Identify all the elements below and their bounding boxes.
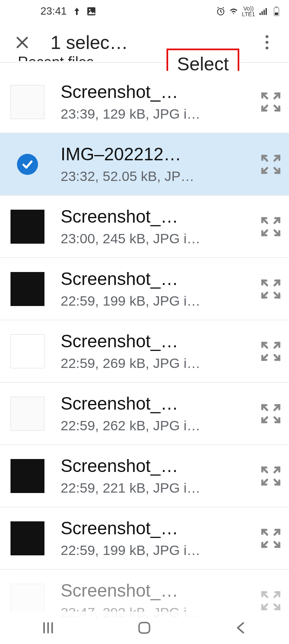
wifi-icon xyxy=(229,7,238,16)
file-list: Screenshot_… 23:39, 129 kB, JPG i… IMG–2… xyxy=(0,71,289,632)
file-info: Screenshot_… 22:59, 269 kB, JPG i… xyxy=(61,331,253,371)
file-info: Screenshot_… 22:59, 199 kB, JPG i… xyxy=(61,269,253,309)
expand-icon[interactable] xyxy=(261,591,281,611)
system-navbar xyxy=(0,612,289,644)
expand-icon[interactable] xyxy=(261,341,281,361)
file-row[interactable]: Screenshot_… 23:39, 129 kB, JPG i… xyxy=(0,71,289,133)
expand-icon[interactable] xyxy=(261,217,281,237)
expand-icon[interactable] xyxy=(261,154,281,174)
svg-rect-5 xyxy=(264,10,265,15)
file-meta: 22:59, 262 kB, JPG i… xyxy=(61,418,253,434)
file-row[interactable]: Screenshot_… 22:59, 269 kB, JPG i… xyxy=(0,320,289,383)
file-name: Screenshot_… xyxy=(61,580,253,601)
file-info: Screenshot_… 22:59, 199 kB, JPG i… xyxy=(61,518,253,558)
svg-rect-3 xyxy=(259,13,261,15)
selected-check-icon xyxy=(17,154,38,175)
file-row[interactable]: Screenshot_… 22:59, 199 kB, JPG i… xyxy=(0,507,289,570)
file-row[interactable]: Screenshot_… 22:59, 262 kB, JPG i… xyxy=(0,383,289,445)
file-info: Screenshot_… 23:00, 245 kB, JPG i… xyxy=(61,206,253,247)
status-time: 23:41 xyxy=(40,5,67,17)
file-info: IMG–202212… 23:32, 52.05 kB, JP… xyxy=(61,144,253,184)
expand-icon[interactable] xyxy=(261,528,281,548)
file-thumbnail xyxy=(11,459,44,493)
status-bar: 23:41 Vo))LTE1 xyxy=(0,0,289,22)
expand-icon[interactable] xyxy=(261,404,281,424)
expand-icon[interactable] xyxy=(261,92,281,112)
file-meta: 22:59, 221 kB, JPG i… xyxy=(61,480,253,496)
file-info: Screenshot_… 22:59, 221 kB, JPG i… xyxy=(61,456,253,496)
file-row[interactable]: Screenshot_… 23:00, 245 kB, JPG i… xyxy=(0,196,289,258)
svg-point-1 xyxy=(89,9,91,11)
svg-rect-4 xyxy=(262,11,263,15)
svg-rect-10 xyxy=(139,623,150,633)
file-info: Screenshot_… 23:39, 129 kB, JPG i… xyxy=(61,82,253,122)
section-title: Recent files xyxy=(0,53,289,61)
file-meta: 22:59, 199 kB, JPG i… xyxy=(61,293,253,309)
file-thumbnail xyxy=(11,334,44,368)
battery-icon xyxy=(272,7,281,16)
file-name: Screenshot_… xyxy=(61,269,253,289)
image-icon xyxy=(87,7,96,16)
svg-rect-6 xyxy=(266,8,267,15)
file-thumbnail xyxy=(11,397,44,431)
more-menu-button[interactable] xyxy=(259,30,275,55)
file-name: Screenshot_… xyxy=(61,82,253,102)
file-name: Screenshot_… xyxy=(61,518,253,538)
back-button[interactable] xyxy=(229,616,253,640)
file-name: IMG–202212… xyxy=(61,144,253,164)
recents-button[interactable] xyxy=(36,616,60,640)
upload-icon xyxy=(72,7,81,16)
alarm-icon xyxy=(216,7,225,16)
file-meta: 23:32, 52.05 kB, JP… xyxy=(61,168,253,184)
file-info: Screenshot_… 22:59, 262 kB, JPG i… xyxy=(61,393,253,434)
file-name: Screenshot_… xyxy=(61,393,253,414)
expand-icon[interactable] xyxy=(261,466,281,486)
file-meta: 23:39, 129 kB, JPG i… xyxy=(61,106,253,122)
signal-icon xyxy=(259,7,268,16)
selection-count: 1 selec… xyxy=(51,32,128,53)
file-thumbnail xyxy=(11,85,44,119)
file-name: Screenshot_… xyxy=(61,331,253,351)
close-button[interactable] xyxy=(14,34,30,51)
file-meta: 22:59, 199 kB, JPG i… xyxy=(61,542,253,558)
file-thumbnail xyxy=(11,272,44,306)
file-row[interactable]: Screenshot_… 22:59, 199 kB, JPG i… xyxy=(0,258,289,320)
file-name: Screenshot_… xyxy=(61,456,253,476)
svg-rect-9 xyxy=(275,13,278,15)
file-meta: 23:00, 245 kB, JPG i… xyxy=(61,231,253,247)
file-row[interactable]: Screenshot_… 22:59, 221 kB, JPG i… xyxy=(0,445,289,507)
network-label: Vo))LTE1 xyxy=(242,6,255,17)
home-button[interactable] xyxy=(132,616,156,640)
file-thumbnail xyxy=(11,210,44,244)
file-name: Screenshot_… xyxy=(61,206,253,227)
file-thumbnail xyxy=(11,521,44,555)
expand-icon[interactable] xyxy=(261,279,281,299)
file-meta: 22:59, 269 kB, JPG i… xyxy=(61,355,253,371)
svg-rect-8 xyxy=(275,6,278,8)
file-row[interactable]: IMG–202212… 23:32, 52.05 kB, JP… xyxy=(0,133,289,196)
